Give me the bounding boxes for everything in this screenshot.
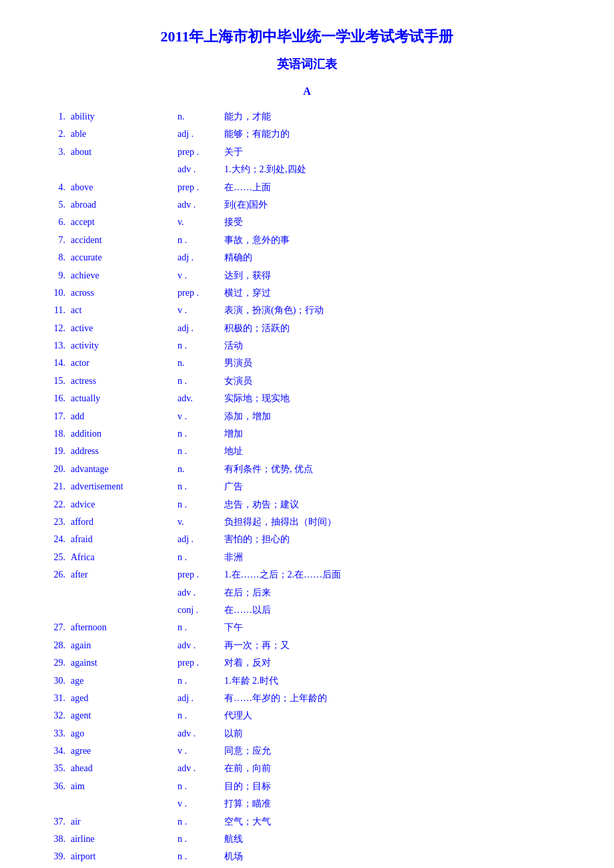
entry-word: ability	[68, 108, 175, 126]
entry-word: able	[68, 126, 175, 143]
entry-number: 36.	[40, 778, 68, 795]
entry-word: afternoon	[68, 619, 175, 636]
entry-word: achieve	[68, 267, 175, 284]
entry-pos: n .	[175, 672, 222, 690]
entry-number: 35.	[40, 760, 68, 777]
entry-number: 16.	[40, 390, 68, 407]
entry-word: active	[68, 320, 175, 337]
vocab-row: 7.accidentn .事故，意外的事	[40, 232, 574, 249]
entry-number: 37.	[40, 813, 68, 831]
entry-definition: 害怕的；担心的	[222, 531, 574, 548]
entry-word: above	[68, 179, 175, 196]
entry-definition: 在前，向前	[222, 760, 574, 777]
entry-pos: v .	[175, 408, 222, 425]
entry-number: 33.	[40, 725, 68, 742]
entry-pos: n.	[175, 461, 222, 478]
entry-definition: 表演，扮演(角色)；行动	[222, 302, 574, 319]
entry-number: 3.	[40, 144, 68, 161]
entry-number: 17.	[40, 408, 68, 425]
entry-number: 1.	[40, 108, 68, 126]
entry-pos: n .	[175, 232, 222, 249]
entry-number: 23.	[40, 513, 68, 531]
vocab-row: 30.agen .1.年龄 2.时代	[40, 672, 574, 690]
entry-number: 5.	[40, 196, 68, 214]
entry-number: 18.	[40, 425, 68, 443]
vocab-row: 18.additionn .增加	[40, 425, 574, 443]
entry-pos: prep .	[175, 654, 222, 672]
vocab-row: 36.aimn .目的；目标	[40, 778, 574, 795]
vocab-row: 38.airlinen .航线	[40, 831, 574, 848]
entry-definition: 同意；应允	[222, 742, 574, 760]
entry-number: 21.	[40, 478, 68, 495]
entry-definition: 对着，反对	[222, 654, 574, 672]
entry-pos: n .	[175, 373, 222, 390]
entry-pos: prep .	[175, 179, 222, 196]
vocab-row: 12.activeadj .积极的；活跃的	[40, 320, 574, 337]
entry-word: airline	[68, 831, 175, 848]
entry-number: 39.	[40, 848, 68, 865]
entry-word: ahead	[68, 760, 175, 777]
entry-pos: prep .	[175, 566, 222, 584]
entry-word: add	[68, 408, 175, 425]
entry-number: 11.	[40, 302, 68, 319]
entry-word: act	[68, 302, 175, 319]
entry-pos: adj .	[175, 320, 222, 337]
entry-definition: 下午	[222, 619, 574, 636]
entry-word: airport	[68, 848, 175, 865]
entry-definition: 男演员	[222, 355, 574, 372]
vocab-row: adv .在后；后来	[40, 584, 574, 602]
vocab-row: 29.againstprep .对着，反对	[40, 654, 574, 672]
vocab-row: 3.aboutprep .关于	[40, 144, 574, 161]
entry-definition: 广告	[222, 478, 574, 495]
entry-definition: 1.大约；2.到处,四处	[222, 161, 574, 178]
entry-number: 25.	[40, 549, 68, 566]
vocab-row: 14.actorn.男演员	[40, 355, 574, 372]
entry-number	[40, 161, 68, 178]
entry-pos: v .	[175, 795, 222, 813]
entry-word: actually	[68, 390, 175, 407]
entry-pos: adj .	[175, 531, 222, 548]
entry-definition: 能够；有能力的	[222, 126, 574, 143]
entry-pos: n .	[175, 443, 222, 460]
entry-definition: 实际地；现实地	[222, 390, 574, 407]
entry-definition: 1.年龄 2.时代	[222, 672, 574, 690]
entry-pos: adv .	[175, 637, 222, 654]
entry-pos: conj .	[175, 602, 222, 619]
entry-number: 2.	[40, 126, 68, 143]
entry-pos: n .	[175, 337, 222, 355]
entry-pos: adv.	[175, 390, 222, 407]
entry-number: 22.	[40, 496, 68, 513]
entry-definition: 空气；大气	[222, 813, 574, 831]
vocab-row: 21.advertisementn .广告	[40, 478, 574, 495]
entry-word: advantage	[68, 461, 175, 478]
vocab-row: conj .在……以后	[40, 602, 574, 619]
entry-pos: v .	[175, 267, 222, 284]
entry-definition: 在……以后	[222, 602, 574, 619]
vocab-row: 5.abroadadv .到(在)国外	[40, 196, 574, 214]
entry-definition: 活动	[222, 337, 574, 355]
entry-word: age	[68, 672, 175, 690]
entry-number: 34.	[40, 742, 68, 760]
entry-number: 12.	[40, 320, 68, 337]
entry-word	[68, 602, 175, 619]
entry-number	[40, 795, 68, 813]
entry-definition: 达到，获得	[222, 267, 574, 284]
entry-number: 24.	[40, 531, 68, 548]
entry-number: 26.	[40, 566, 68, 584]
entry-definition: 事故，意外的事	[222, 232, 574, 249]
entry-definition: 到(在)国外	[222, 196, 574, 214]
entry-number: 19.	[40, 443, 68, 460]
entry-word: actress	[68, 373, 175, 390]
main-title: 2011年上海市初中毕业统一学业考试考试手册	[40, 27, 574, 47]
entry-pos: v .	[175, 302, 222, 319]
entry-number: 32.	[40, 707, 68, 724]
entry-number: 20.	[40, 461, 68, 478]
entry-word: activity	[68, 337, 175, 355]
entry-number: 38.	[40, 831, 68, 848]
entry-pos: n .	[175, 831, 222, 848]
entry-pos: n .	[175, 619, 222, 636]
entry-word: actor	[68, 355, 175, 372]
entry-word: aged	[68, 690, 175, 707]
entry-word: agent	[68, 707, 175, 724]
entry-pos: v.	[175, 513, 222, 531]
